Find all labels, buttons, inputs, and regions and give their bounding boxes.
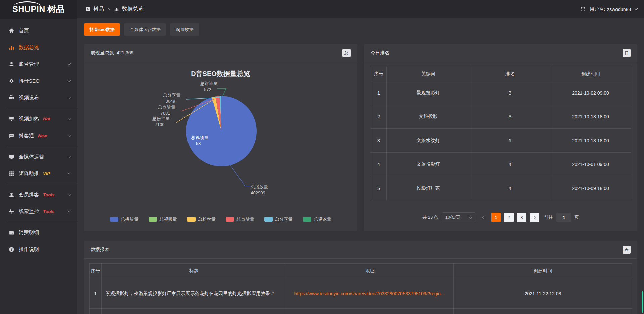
sidebar-item-操作说明[interactable]: ?操作说明 — [0, 241, 77, 258]
chevron-down-icon — [68, 134, 71, 137]
tab-询盘数据[interactable]: 询盘数据 — [170, 23, 199, 36]
chevron-down-icon — [68, 117, 71, 120]
legend-item-总粉丝量[interactable]: 总粉丝量 — [187, 216, 216, 222]
page-button-3[interactable]: 3 — [517, 213, 526, 222]
page-button-2[interactable]: 2 — [504, 213, 514, 222]
page-size-select[interactable]: 10条/页 — [442, 212, 475, 222]
report-card-title: 数据报表 — [91, 247, 109, 253]
sidebar-item-数据总览[interactable]: 数据总览 — [0, 39, 77, 56]
legend-item-总播放量[interactable]: 总播放量 — [110, 216, 139, 222]
rank-table-wrap: 序号关键词排名创建时间1景观投影灯32021-10-02 09:002文旅投影3… — [371, 67, 631, 200]
pie-label-总点赞量: 总点赞量 — [158, 105, 175, 110]
table-cell-关键词: 文旅投影灯 — [387, 153, 470, 176]
sidebar-item-会员爆客[interactable]: 会员爆客Tools — [0, 186, 77, 203]
logo-text-cn: 树品 — [47, 3, 65, 15]
sidebar-item-线索监控[interactable]: 线索监控Tools — [0, 203, 77, 220]
data-tabs: 抖音seo数据全媒体运营数据询盘数据 — [84, 23, 637, 36]
tab-全媒体运营数据[interactable]: 全媒体运营数据 — [124, 23, 166, 36]
page-button-1[interactable]: 1 — [491, 213, 501, 222]
table-cell-创建时间: 2021-10-09 18:00 — [550, 176, 631, 200]
table-cell-创建时间: 2021-10-13 18:00 — [550, 105, 631, 129]
table-cell-序号: 4 — [371, 153, 387, 176]
pie-label-总评论量: 572 — [204, 87, 211, 92]
table-badge-button[interactable]: 表 — [623, 246, 631, 254]
sidebar-item-全媒体运营[interactable]: 全媒体运营 — [0, 148, 77, 165]
table-cell-empty — [102, 309, 286, 314]
next-page-button[interactable] — [530, 213, 539, 222]
breadcrumb-item-current[interactable]: 数据总览 — [122, 6, 144, 13]
bar-chart-icon — [114, 7, 119, 12]
table-cell-序号: 3 — [371, 129, 387, 153]
table-row: 4文旅投影灯42021-10-01 09:00 — [371, 153, 631, 176]
app-root: SHUPIN 树品 树品 > 数据总览 用户名: zswodun88 首页数据总… — [0, 0, 644, 314]
legend-label: 总粉丝量 — [198, 216, 216, 222]
chevron-down-icon — [68, 79, 71, 82]
report-table-wrap: 序号标题地址创建时间1景观投影灯，夜游景观投影灯厂家展示展示落花灯在花园里的灯光… — [89, 263, 632, 314]
app-logo: SHUPIN 树品 — [0, 0, 77, 19]
sidebar-item-label: 首页 — [19, 28, 29, 34]
column-header-标题: 标题 — [102, 264, 286, 278]
table-cell-创建时间: 2021-10-02 09:00 — [550, 81, 631, 105]
video-link[interactable]: https://www.iesdouyin.com/share/video/70… — [294, 291, 445, 296]
goto-page-input[interactable] — [556, 213, 571, 222]
chevron-down-icon — [68, 62, 71, 65]
table-cell-序号: 1 — [90, 278, 102, 309]
chart-card: 展现量总数: 421,369 总 D音SEO数据量总览 总播放量402909总视… — [84, 44, 357, 231]
sidebar-item-消费明细[interactable]: 消费明细 — [0, 224, 77, 241]
legend-item-总分享量[interactable]: 总分享量 — [264, 216, 293, 222]
gear-icon — [9, 78, 14, 84]
table-cell-empty — [286, 309, 454, 314]
sidebar-item-首页[interactable]: 首页 — [0, 22, 77, 39]
sidebar-item-抖音SEO[interactable]: 抖音SEO — [0, 72, 77, 89]
scrollbar-thumb[interactable] — [642, 291, 643, 313]
day-badge-button[interactable]: 日 — [623, 49, 631, 57]
pie-label-总分享量: 总分享量 — [163, 93, 180, 98]
legend-swatch — [264, 217, 273, 222]
legend-item-总评论量[interactable]: 总评论量 — [303, 216, 331, 222]
report-card: 数据报表 表 序号标题地址创建时间1景观投影灯，夜游景观投影灯厂家展示展示落花灯… — [84, 241, 637, 314]
legend-swatch — [187, 217, 196, 222]
column-header-创建时间: 创建时间 — [550, 67, 631, 81]
sidebar-item-label: 会员爆客 — [19, 192, 39, 198]
table-cell-empty — [454, 309, 632, 314]
legend-swatch — [226, 217, 234, 222]
sidebar-item-矩阵助推[interactable]: 矩阵助推VIP — [0, 165, 77, 182]
username-value[interactable]: zswodun88 — [607, 7, 631, 12]
tab-抖音seo数据[interactable]: 抖音seo数据 — [84, 23, 120, 36]
sidebar-item-视频加热[interactable]: 视频加热Hot — [0, 110, 77, 127]
sidebar-item-抖客通[interactable]: 抖客通New — [0, 127, 77, 144]
sidebar-divider — [7, 222, 77, 222]
breadcrumb-item-root[interactable]: 树品 — [93, 6, 104, 13]
main-content: 抖音seo数据全媒体运营数据询盘数据 展现量总数: 421,369 总 D音SE… — [77, 19, 644, 314]
table-cell-创建时间: 2021-10-13 18:00 — [550, 129, 631, 153]
sidebar-item-账号管理[interactable]: 账号管理 — [0, 56, 77, 72]
pie-label-总播放量: 总播放量 — [250, 184, 268, 189]
table-cell-创建时间: 2021-10-01 09:00 — [550, 153, 631, 176]
pie-chart-title: D音SEO数据量总览 — [84, 69, 357, 78]
pie-label-总粉丝量: 总粉丝量 — [152, 116, 170, 121]
sidebar-item-label: 视频发布 — [19, 95, 39, 101]
legend-item-总视频量[interactable]: 总视频量 — [149, 216, 177, 222]
chevron-down-icon[interactable] — [635, 7, 638, 10]
prev-page-button[interactable] — [479, 213, 488, 222]
rank-card-header: 今日排名 日 — [364, 44, 637, 62]
sidebar-item-label: 消费明细 — [19, 229, 39, 236]
sidebar-item-视频发布[interactable]: 视频发布 — [0, 89, 77, 106]
column-header-排名: 排名 — [470, 67, 550, 81]
monitor-icon — [9, 154, 14, 160]
total-badge-button[interactable]: 总 — [342, 49, 351, 57]
sidebar-badge-tools: Tools — [43, 192, 54, 197]
bar-chart-icon — [9, 45, 14, 50]
legend-item-总点赞量[interactable]: 总点赞量 — [226, 216, 254, 222]
breadcrumb: 树品 > 数据总览 — [85, 6, 144, 13]
table-cell-关键词: 投影灯厂家 — [387, 176, 470, 200]
sidebar-badge-tools: Tools — [43, 209, 54, 214]
pie-label-总视频量: 总视频量 — [191, 135, 208, 140]
fullscreen-icon[interactable] — [580, 7, 586, 12]
table-cell-序号: 2 — [371, 105, 387, 129]
sidebar: 首页数据总览账号管理抖音SEO视频发布视频加热Hot抖客通New全媒体运营矩阵助… — [0, 19, 77, 314]
sidebar-item-label: 账号管理 — [19, 61, 39, 67]
table-cell-empty — [90, 309, 102, 314]
pie-label-总点赞量: 7681 — [161, 111, 170, 116]
sidebar-badge-hot: Hot — [43, 116, 50, 121]
